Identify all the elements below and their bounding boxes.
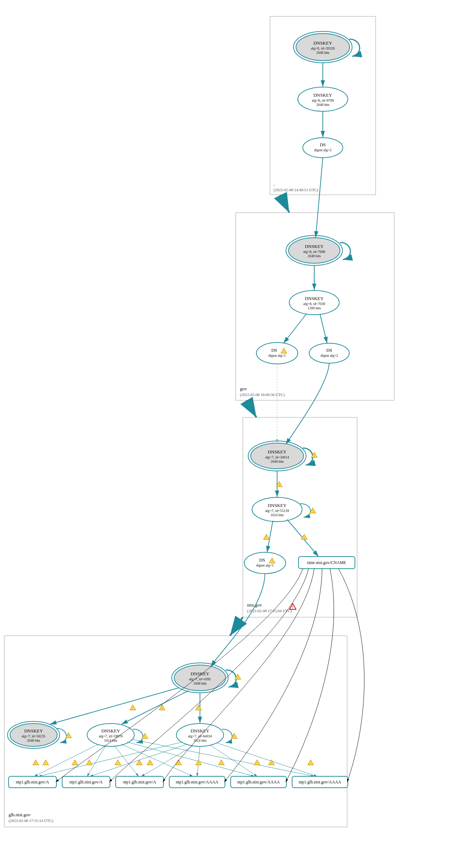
svg-text:DS: DS <box>259 557 265 563</box>
warning-icon: ! <box>264 534 269 540</box>
rr-a1[interactable]: ntp1.glb.nist.gov/A <box>9 776 56 788</box>
dnssec-graph: . (2022-02-08 14:49:51 UTC) DNSKEY alg=8… <box>0 0 461 868</box>
svg-text:!: ! <box>256 761 257 765</box>
svg-text:2048 bits: 2048 bits <box>271 460 284 463</box>
zone-gov-ts: (2022-02-08 16:00:30 UTC) <box>240 392 285 397</box>
svg-text:!: ! <box>198 706 199 710</box>
svg-text:DNSKEY: DNSKEY <box>314 92 332 98</box>
svg-text:!: ! <box>310 761 311 765</box>
zone-glb-name: glb.nist.gov <box>9 812 31 817</box>
svg-text:alg=7, id=59978: alg=7, id=59978 <box>99 734 122 738</box>
svg-text:digest alg=2: digest alg=2 <box>320 354 338 357</box>
node-glb-sep[interactable]: DNSKEY alg=7, id=56235 2048 bits <box>7 721 60 748</box>
svg-text:!: ! <box>68 734 69 738</box>
svg-text:DNSKEY: DNSKEY <box>101 728 120 734</box>
svg-text:!: ! <box>271 761 272 765</box>
svg-text:!: ! <box>279 483 280 487</box>
svg-text:2048 bits: 2048 bits <box>27 738 40 742</box>
warning-icon: ! <box>254 760 260 765</box>
svg-text:!: ! <box>149 761 150 765</box>
svg-text:!: ! <box>314 454 315 458</box>
zone-gov-name: gov <box>240 386 247 391</box>
svg-text:DNSKEY: DNSKEY <box>268 449 287 455</box>
node-nist-cname[interactable]: time.nist.gov/CNAME <box>299 557 355 569</box>
svg-text:!: ! <box>271 559 272 563</box>
node-nist-zsk[interactable]: DNSKEY alg=7, id=55139 1024 bits <box>252 497 302 522</box>
node-nist-ds[interactable]: DS digest alg=1 ! <box>244 552 286 574</box>
svg-text:!: ! <box>74 761 75 765</box>
svg-text:alg=8, id=20326: alg=8, id=20326 <box>311 46 335 50</box>
svg-text:digest alg=2: digest alg=2 <box>314 148 331 152</box>
svg-text:alg=7, id=4395: alg=7, id=4395 <box>189 677 211 681</box>
svg-text:1280 bits: 1280 bits <box>308 306 321 310</box>
rr-a2[interactable]: ntp1.glb.nist.gov/A <box>62 776 110 788</box>
node-gov-zsk[interactable]: DNSKEY alg=8, id=7030 1280 bits <box>289 290 339 315</box>
svg-text:alg=7, id=56235: alg=7, id=56235 <box>22 734 45 738</box>
svg-text:alg=8, id=9799: alg=8, id=9799 <box>312 98 334 102</box>
node-root-ds[interactable]: DS digest alg=2 <box>303 138 343 158</box>
svg-text:!: ! <box>312 509 313 513</box>
svg-text:DS: DS <box>320 142 326 147</box>
svg-text:DS: DS <box>271 347 277 353</box>
warning-icon: ! <box>269 760 274 765</box>
svg-text:ntp1.glb.nist.gov/AAAA: ntp1.glb.nist.gov/AAAA <box>176 780 218 785</box>
svg-point-44 <box>244 552 286 574</box>
svg-text:alg=8, id=7030: alg=8, id=7030 <box>303 302 325 306</box>
svg-text:DS: DS <box>326 347 332 353</box>
svg-text:!: ! <box>178 761 179 765</box>
svg-text:!: ! <box>304 536 305 540</box>
node-nist-ksk[interactable]: DNSKEY alg=7, id=34014 2048 bits <box>248 441 306 471</box>
svg-text:!: ! <box>237 676 238 680</box>
svg-text:!: ! <box>221 761 222 765</box>
svg-text:time.nist.gov/CNAME: time.nist.gov/CNAME <box>307 560 346 565</box>
svg-text:digest alg=1: digest alg=1 <box>256 563 274 567</box>
svg-text:2048 bits: 2048 bits <box>316 51 330 55</box>
warning-icon: ! <box>115 760 121 765</box>
warning-icon: ! <box>130 705 136 710</box>
zone-root-ts: (2022-02-08 14:49:51 UTC) <box>274 188 319 192</box>
svg-text:!: ! <box>292 605 293 609</box>
svg-text:DNSKEY: DNSKEY <box>305 244 324 249</box>
warning-icon: ! <box>33 760 39 765</box>
rr-aaaa3[interactable]: ntp1.glb.nist.gov/AAAA <box>292 776 348 788</box>
node-gov-ds2[interactable]: DS digest alg=2 <box>309 343 349 363</box>
node-root-ksk[interactable]: DNSKEY alg=8, id=20326 2048 bits <box>294 31 352 63</box>
rr-a3[interactable]: ntp1.glb.nist.gov/A <box>116 776 164 788</box>
svg-text:1024 bits: 1024 bits <box>194 738 207 742</box>
svg-text:DNSKEY: DNSKEY <box>24 728 43 734</box>
svg-text:!: ! <box>161 706 162 710</box>
svg-text:!: ! <box>283 350 284 354</box>
svg-text:DNSKEY: DNSKEY <box>191 671 210 676</box>
warning-icon: ! <box>147 760 153 765</box>
node-glb-z1[interactable]: DNSKEY alg=7, id=59978 1024 bits <box>87 724 134 746</box>
zone-nist-ts: (2022-02-08 17:15:04 UTC) <box>247 609 292 613</box>
node-root-zsk[interactable]: DNSKEY alg=8, id=9799 2048 bits <box>298 87 348 111</box>
svg-text:DNSKEY: DNSKEY <box>314 40 332 46</box>
svg-text:!: ! <box>45 761 46 765</box>
warning-icon: ! <box>308 760 314 765</box>
svg-text:!: ! <box>266 536 267 540</box>
rr-aaaa1[interactable]: ntp1.glb.nist.gov/AAAA <box>169 776 225 788</box>
svg-text:alg=8, id=7698: alg=8, id=7698 <box>303 250 325 254</box>
svg-text:ntp1.glb.nist.gov/A: ntp1.glb.nist.gov/A <box>16 780 49 785</box>
svg-text:alg=7, id=55139: alg=7, id=55139 <box>265 509 289 513</box>
node-glb-ksk[interactable]: DNSKEY alg=7, id=4395 2048 bits <box>172 663 228 693</box>
svg-point-10 <box>303 138 343 158</box>
svg-text:!: ! <box>35 761 36 765</box>
svg-text:ntp1.glb.nist.gov/A: ntp1.glb.nist.gov/A <box>123 780 156 785</box>
svg-text:!: ! <box>144 735 145 739</box>
svg-text:ntp1.glb.nist.gov/A: ntp1.glb.nist.gov/A <box>69 780 102 785</box>
svg-text:DNSKEY: DNSKEY <box>268 503 287 508</box>
rr-aaaa2[interactable]: ntp1.glb.nist.gov/AAAA <box>231 776 286 788</box>
svg-point-27 <box>309 343 349 363</box>
svg-text:digest alg=1: digest alg=1 <box>268 354 286 357</box>
svg-text:!: ! <box>132 706 133 710</box>
svg-text:!: ! <box>117 761 118 765</box>
node-gov-ksk[interactable]: DNSKEY alg=8, id=7698 2048 bits <box>286 235 342 265</box>
svg-text:!: ! <box>198 761 199 765</box>
node-gov-ds1[interactable]: DS digest alg=1 ! <box>256 342 298 364</box>
svg-text:2048 bits: 2048 bits <box>308 254 321 258</box>
zone-glb-ts: (2022-02-08 17:15:14 UTC) <box>9 818 54 823</box>
warning-icon: ! <box>196 705 201 710</box>
warning-icon: ! <box>86 760 92 765</box>
